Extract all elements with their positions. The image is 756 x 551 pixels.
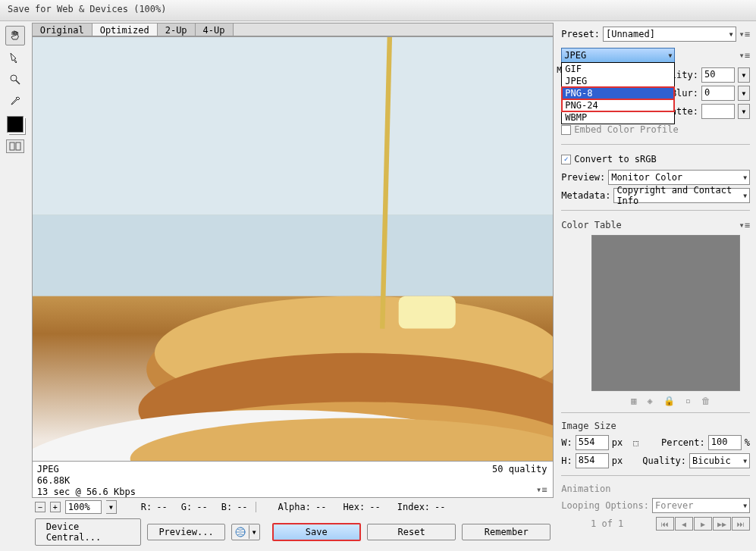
hand-tool[interactable] [5, 26, 25, 45]
svg-rect-4 [33, 37, 554, 214]
quality-input[interactable]: 50 [701, 67, 735, 83]
svg-rect-2 [10, 142, 14, 150]
browser-preview-icon[interactable] [232, 524, 249, 540]
quality-stepper[interactable]: ▼ [738, 67, 750, 83]
window-title: Save for Web & Devices (100%) [8, 4, 167, 14]
w-label: W: [561, 437, 572, 448]
save-button[interactable]: Save [272, 523, 361, 541]
opt-png24[interactable]: PNG-24 [562, 99, 674, 111]
height-input[interactable]: 854 [576, 453, 609, 468]
hex-label: Hex: [343, 502, 365, 512]
eyedropper-tool[interactable] [5, 92, 25, 111]
width-input[interactable]: 554 [576, 435, 609, 450]
b-label: B: [221, 502, 232, 512]
ct-icon-1[interactable]: ▦ [631, 396, 636, 406]
device-central-button[interactable]: Device Central... [35, 518, 142, 546]
preview-button[interactable]: Preview... [147, 524, 224, 540]
zoom-level[interactable]: 100% [65, 500, 102, 514]
ct-icon-2[interactable]: ◈ [648, 396, 653, 406]
srgb-checkbox[interactable]: ✓ [561, 155, 571, 164]
index-label: Index: [397, 502, 430, 512]
looping-value: Forever [655, 500, 694, 511]
preset-value: [Unnamed] [606, 29, 655, 39]
color-table [591, 235, 740, 391]
zoom-tool[interactable] [5, 70, 25, 89]
animation-controls: ⏮ ◀ ▶ ▶▶ ⏭ [656, 517, 750, 531]
index-value: -- [434, 502, 445, 512]
opt-jpeg[interactable]: JPEG [562, 75, 674, 87]
zoom-out-btn[interactable]: − [35, 502, 45, 512]
foreground-color[interactable] [7, 116, 24, 133]
preview-image [33, 37, 554, 461]
zoom-dropdown[interactable]: ▼ [106, 500, 117, 514]
r-label: R: [141, 502, 152, 512]
metadata-select[interactable]: Copyright and Contact Info▼ [613, 188, 750, 203]
resize-quality-select[interactable]: Bicubic▼ [689, 453, 750, 468]
tab-2up[interactable]: 2-Up [158, 23, 196, 36]
preview-label: Preview: [561, 172, 605, 183]
slice-visibility-toggle[interactable] [6, 139, 24, 153]
opt-wbmp[interactable]: WBMP [562, 111, 674, 124]
looping-select: Forever▼ [652, 498, 750, 513]
tab-original[interactable]: Original [33, 23, 93, 36]
preset-menu-icon[interactable]: ▾≡ [739, 29, 750, 39]
resize-quality-label: Quality: [642, 456, 686, 466]
format-dropdown-open: GIF JPEG PNG-8 PNG-24 WBMP [561, 62, 675, 124]
anim-last: ⏭ [732, 517, 750, 531]
ct-trash-icon[interactable]: 🗑 [701, 396, 711, 406]
ct-lock-icon[interactable]: 🔒 [663, 396, 675, 406]
color-table-title: Color Table [561, 218, 621, 232]
link-icon[interactable]: ⬚ [633, 438, 638, 448]
px-label-1: px [612, 437, 623, 448]
tab-4up[interactable]: 4-Up [196, 23, 234, 36]
metadata-value: Copyright and Contact Info [616, 185, 740, 206]
blur-input[interactable]: 0 [701, 86, 735, 101]
embed-checkbox[interactable] [561, 125, 571, 135]
looping-label: Looping Options: [561, 500, 649, 511]
svg-line-1 [16, 80, 20, 84]
preview-select[interactable]: Monitor Color▼ [608, 170, 750, 185]
slice-select-tool[interactable] [5, 48, 25, 67]
percent-input[interactable]: 100 [708, 435, 742, 450]
bottom-button-row: Device Central... Preview... ▼ Save Rese… [32, 516, 554, 548]
image-preview[interactable] [32, 36, 554, 462]
anim-next: ▶ [694, 517, 712, 531]
alpha-label: Alpha: [278, 502, 311, 512]
pct-symbol: % [745, 437, 750, 448]
h-label: H: [561, 456, 572, 466]
image-size-title: Image Size [561, 419, 750, 433]
info-menu-icon[interactable]: ▾≡ [536, 484, 547, 495]
metadata-label: Metadata: [561, 190, 610, 201]
zoom-in-btn[interactable]: + [50, 502, 61, 512]
anim-play: ▶▶ [713, 517, 731, 531]
opt-png8[interactable]: PNG-8 [562, 87, 674, 99]
reset-button[interactable]: Reset [367, 524, 456, 540]
opt-gif[interactable]: GIF [562, 63, 674, 75]
percent-label: Percent: [661, 437, 705, 448]
svg-rect-3 [16, 142, 20, 150]
color-table-menu-icon[interactable]: ▾≡ [739, 220, 750, 230]
preview-value: Monitor Color [611, 172, 682, 183]
alpha-value: -- [315, 502, 326, 512]
format-selected-value: JPEG [564, 50, 586, 61]
format-select[interactable]: JPEG▼ [561, 48, 675, 63]
embed-label: Embed Color Profile [574, 124, 678, 135]
matte-swatch[interactable] [701, 104, 735, 119]
preset-select[interactable]: [Unnamed]▼ [603, 27, 736, 42]
animation-title: Animation [561, 482, 750, 496]
matte-dropdown[interactable]: ▼ [738, 104, 750, 119]
browser-dropdown[interactable]: ▼ [249, 525, 259, 539]
remember-button[interactable]: Remember [462, 524, 551, 540]
resize-quality-value: Bicubic [692, 456, 731, 466]
g-label: G: [181, 502, 192, 512]
tab-optimized[interactable]: Optimized [93, 23, 158, 36]
ct-new-icon[interactable]: ▫ [685, 396, 691, 406]
hex-value: -- [369, 502, 380, 512]
info-format: JPEG [37, 464, 549, 474]
info-bar: JPEG 66.88K 13 sec @ 56.6 Kbps 50 qualit… [32, 462, 554, 498]
g-value: -- [196, 502, 207, 512]
blur-stepper[interactable]: ▼ [738, 86, 750, 101]
preview-pane: Original Optimized 2-Up 4-Up [30, 21, 557, 551]
format-menu-icon[interactable]: ▾≡ [739, 50, 750, 61]
srgb-label: Convert to sRGB [574, 154, 656, 164]
